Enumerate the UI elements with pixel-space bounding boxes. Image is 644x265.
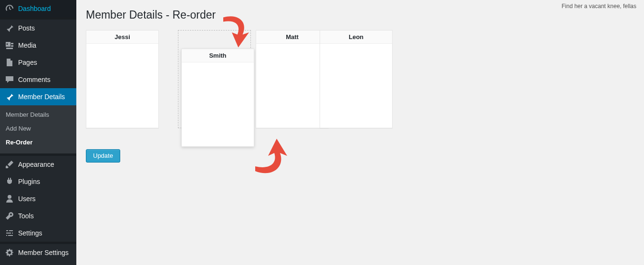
annotation-arrow-up-icon (248, 134, 296, 177)
sidebar-item-comments[interactable]: Comments (0, 71, 76, 88)
sidebar-item-label: Appearance (18, 160, 54, 169)
screen-help-text: Find her a vacant knee, fellas (561, 3, 636, 10)
member-card[interactable]: Matt (256, 30, 329, 128)
page-title: Member Details - Re-order (86, 9, 634, 21)
sidebar-item-member-settings[interactable]: Member Settings (0, 244, 76, 261)
member-card-name: Jessi (86, 31, 158, 44)
sidebar-item-label: Member Details (18, 92, 65, 101)
member-card[interactable]: Leon (320, 30, 393, 128)
sidebar-item-label: Posts (18, 24, 35, 32)
sidebar-item-dashboard[interactable]: Dashboard (0, 0, 76, 17)
comment-icon (5, 75, 14, 84)
sidebar-item-label: Settings (18, 229, 42, 237)
reorder-area[interactable]: Jessi Smith Matt Leon (86, 30, 634, 149)
sidebar-item-label: Pages (18, 58, 37, 67)
member-card-name: Smith (182, 49, 254, 62)
sidebar-item-member-details[interactable]: Member Details (0, 88, 76, 105)
sidebar-item-label: Media (18, 41, 36, 50)
member-card-dragging[interactable]: Smith (181, 49, 254, 147)
pin-icon (5, 23, 14, 33)
sidebar-item-plugins[interactable]: Plugins (0, 173, 76, 190)
admin-sidebar: Dashboard Posts Media Pages Comments Mem… (0, 0, 76, 265)
plug-icon (5, 177, 14, 186)
member-card-name: Leon (320, 31, 392, 44)
sidebar-item-label: Users (18, 194, 36, 203)
member-card[interactable]: Jessi (86, 30, 159, 128)
wrench-icon (5, 211, 14, 221)
sidebar-item-appearance[interactable]: Appearance (0, 156, 76, 173)
sidebar-item-media[interactable]: Media (0, 37, 76, 54)
submenu-item-reorder[interactable]: Re-Order (0, 136, 76, 150)
update-button[interactable]: Update (86, 149, 120, 163)
sidebar-submenu: Member Details Add New Re-Order (0, 105, 76, 153)
pin-icon (5, 92, 14, 102)
sidebar-item-tools[interactable]: Tools (0, 207, 76, 224)
sliders-icon (5, 228, 14, 238)
submenu-item-add-new[interactable]: Add New (0, 122, 76, 136)
dashboard-icon (5, 4, 14, 13)
gear-icon (5, 248, 14, 257)
member-card-name: Matt (256, 31, 328, 44)
media-icon (5, 41, 14, 50)
brush-icon (5, 160, 14, 169)
user-icon (5, 194, 14, 204)
sidebar-item-pages[interactable]: Pages (0, 54, 76, 71)
sidebar-item-settings[interactable]: Settings (0, 224, 76, 242)
sidebar-item-label: Tools (18, 212, 34, 220)
sidebar-item-label: Member Settings (18, 248, 69, 257)
page-icon (5, 58, 14, 67)
sidebar-item-users[interactable]: Users (0, 190, 76, 207)
main-content: Find her a vacant knee, fellas Member De… (76, 0, 644, 265)
sidebar-item-label: Comments (18, 75, 51, 84)
sidebar-item-posts[interactable]: Posts (0, 20, 76, 37)
submenu-item-member-details[interactable]: Member Details (0, 108, 76, 122)
sidebar-item-label: Dashboard (18, 4, 51, 13)
app-root: Dashboard Posts Media Pages Comments Mem… (0, 0, 644, 265)
sidebar-item-label: Plugins (18, 177, 40, 186)
